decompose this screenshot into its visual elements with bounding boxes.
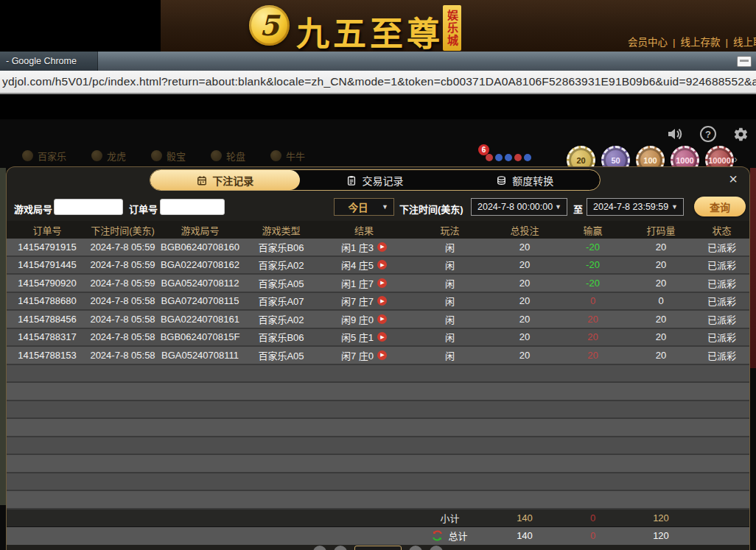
- subtotal-bet: 140: [491, 512, 558, 523]
- play-icon[interactable]: ▶: [377, 350, 387, 360]
- pagination-last-button[interactable]: [430, 546, 443, 550]
- play-icon[interactable]: ▶: [377, 242, 387, 252]
- result-text: 闲7 庄0: [341, 348, 374, 362]
- refresh-icon[interactable]: [432, 530, 443, 541]
- cell-bet: 20: [491, 331, 558, 342]
- cell-status: 已派彩: [694, 348, 749, 362]
- cell-game: 百家乐A07: [242, 294, 320, 308]
- game-menu-item-2[interactable]: 骰宝: [151, 149, 186, 163]
- column-header-3: 游戏类型: [242, 223, 320, 237]
- tab-1[interactable]: 交易记录: [300, 170, 449, 190]
- address-bar[interactable]: ydjol.com/h5V01/pc/index.html?return=abo…: [0, 71, 756, 94]
- cell-bet: 20: [491, 295, 558, 306]
- result-text: 闲7 庄7: [341, 294, 374, 308]
- play-icon[interactable]: ▶: [377, 260, 387, 269]
- cell-time: 2024-7-8 05:58: [88, 350, 158, 361]
- column-header-2: 游戏局号: [158, 223, 242, 237]
- tab-0[interactable]: 下注记录: [150, 170, 300, 190]
- game-menu-item-0[interactable]: 百家乐: [22, 149, 66, 163]
- brand-name: 九五至尊: [296, 7, 444, 55]
- date-range-select[interactable]: 今日 ▼: [334, 198, 394, 216]
- cell-bet: 20: [491, 314, 558, 325]
- chips-more-chevron[interactable]: ›: [734, 152, 738, 165]
- game-menu-item-3[interactable]: 轮盘: [211, 149, 245, 163]
- cell-volume: 20: [628, 278, 694, 289]
- order-no-input[interactable]: [160, 199, 225, 215]
- close-icon[interactable]: ×: [729, 171, 738, 188]
- help-icon[interactable]: ?: [700, 126, 716, 142]
- cell-winloss: -20: [558, 259, 628, 270]
- nav-link-0[interactable]: 会员中心: [628, 37, 668, 48]
- play-icon[interactable]: ▶: [377, 278, 387, 288]
- cell-volume: 0: [628, 295, 694, 306]
- table-header-row: 订单号下注时间(美东)游戏局号游戏类型结果玩法总投注输赢打码量状态: [7, 221, 749, 239]
- marble-icon: [514, 154, 522, 161]
- pagination-first-button[interactable]: [313, 546, 326, 550]
- game-round-input[interactable]: [54, 199, 123, 215]
- page-gap: [0, 94, 756, 119]
- url-text: ydjol.com/h5V01/pc/index.html?return=abo…: [2, 71, 756, 93]
- cell-time: 2024-7-8 05:59: [88, 278, 158, 289]
- speaker-icon[interactable]: [667, 127, 683, 141]
- game-menu-item-4[interactable]: 牛牛: [270, 149, 305, 163]
- to-label: 至: [573, 202, 583, 216]
- pagination-prev-button[interactable]: [334, 546, 347, 550]
- cell-round: BGA02240708162: [158, 259, 242, 270]
- game-menu-icon: [22, 150, 33, 161]
- date-from-value: 2024-7-8 00:00:00: [472, 202, 555, 212]
- subtotal-volume: 120: [628, 512, 694, 523]
- cell-status: 已派彩: [694, 330, 749, 344]
- cell-round: BGA05240708111: [158, 350, 242, 361]
- subtotal-row: 小计 140 0 120: [7, 510, 749, 527]
- brand-logo-icon: 5: [249, 5, 290, 46]
- window-title: - Google Chrome: [6, 52, 77, 71]
- marble-icon: [524, 154, 531, 161]
- cell-round: BGA07240708115: [158, 295, 242, 306]
- pagination-next-button[interactable]: [409, 546, 422, 550]
- cell-round: BGB0624070815F: [158, 331, 242, 342]
- cell-play: 闲: [408, 240, 491, 254]
- cell-winloss: 20: [558, 331, 628, 342]
- nav-link-1[interactable]: 线上存款: [681, 37, 721, 48]
- chevron-down-icon: ▼: [382, 203, 393, 211]
- empty-row: [7, 383, 749, 401]
- query-button[interactable]: 查询: [694, 197, 746, 216]
- settings-icon[interactable]: [733, 127, 749, 142]
- cell-status: 已派彩: [694, 240, 749, 254]
- game-menu-icon: [151, 150, 162, 161]
- cell-result: 闲7 庄0▶: [320, 348, 408, 362]
- play-icon[interactable]: ▶: [377, 314, 387, 324]
- window-control-icon[interactable]: [737, 56, 752, 67]
- game-round-label: 游戏局号: [14, 202, 52, 216]
- game-menu-label: 骰宝: [167, 149, 186, 163]
- empty-row: [7, 455, 749, 473]
- game-menu-label: 龙虎: [107, 149, 126, 163]
- date-from-select[interactable]: 2024-7-8 00:00:00 ▼: [471, 198, 567, 216]
- nav-link-2[interactable]: 线上取款: [733, 37, 756, 48]
- cell-bet: 20: [491, 259, 558, 270]
- cell-volume: 20: [628, 241, 694, 253]
- empty-row: [7, 419, 749, 437]
- game-menu-item-1[interactable]: 龙虎: [91, 149, 126, 163]
- cell-result: 闲1 庄3▶: [320, 240, 408, 254]
- play-icon[interactable]: ▶: [377, 332, 387, 342]
- tab-2[interactable]: 额度转换: [450, 170, 600, 190]
- empty-row: [7, 365, 749, 384]
- pagination-page-input[interactable]: [354, 546, 402, 550]
- cell-game: 百家乐A02: [242, 312, 320, 326]
- empty-row: [7, 491, 749, 510]
- cell-winloss: 20: [558, 314, 628, 325]
- game-menu-icon: [211, 150, 222, 161]
- cell-bet: 20: [491, 350, 558, 361]
- table-row: 141547883172024-7-8 05:58BGB0624070815F百…: [7, 329, 749, 348]
- play-icon[interactable]: ▶: [377, 296, 387, 306]
- cell-winloss: -20: [558, 278, 628, 289]
- tab-label: 额度转换: [512, 173, 553, 188]
- nav-separator: |: [673, 37, 676, 48]
- date-to-select[interactable]: 2024-7-8 23:59:59 ▼: [587, 198, 684, 216]
- header-nav: 会员中心|线上存款|线上取款: [628, 34, 756, 49]
- cell-winloss: -20: [558, 241, 628, 253]
- cell-order: 14154791915: [7, 241, 88, 253]
- cell-order: 14154790920: [7, 278, 88, 289]
- cell-play: 闲: [408, 312, 491, 326]
